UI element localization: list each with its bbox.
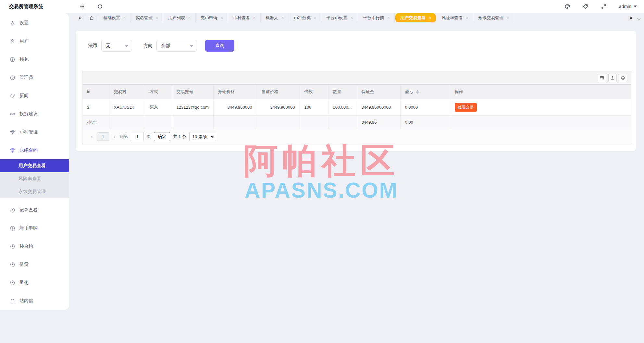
sidebar-item-admins[interactable]: 管理员 — [0, 68, 69, 87]
cell-pnl: 0.0000 — [400, 99, 450, 115]
sidebar-subitem-risk-rate-view[interactable]: 风险率查看 — [0, 172, 69, 185]
current-page[interactable]: 1 — [97, 132, 109, 141]
sidebar-item-second-contracts[interactable]: 秒合约 — [0, 237, 69, 255]
tab-item[interactable]: 永续交易管理 × — [473, 13, 514, 23]
fiat-select[interactable]: 无 — [101, 40, 132, 52]
fullscreen-icon[interactable] — [600, 3, 608, 10]
close-icon[interactable]: × — [429, 16, 431, 20]
close-icon[interactable]: × — [281, 16, 284, 20]
gem-icon — [10, 148, 15, 153]
page-size-select[interactable]: 10 条/页 — [189, 132, 216, 141]
close-icon[interactable]: × — [387, 16, 390, 20]
goto-page-input[interactable] — [131, 132, 144, 141]
columns-toggle-button[interactable] — [598, 74, 606, 82]
tab-label: 机器人 — [266, 15, 278, 21]
tab-item[interactable]: 充币申请 × — [196, 13, 228, 23]
history-icon — [10, 280, 15, 286]
close-icon[interactable]: × — [156, 16, 158, 20]
fiat-select-value: 无 — [106, 43, 110, 49]
home-tab-icon[interactable] — [85, 15, 98, 21]
tab-item[interactable]: 风险率查看 × — [437, 13, 473, 23]
direction-select-value: 全部 — [161, 43, 170, 49]
history-icon — [10, 207, 15, 213]
sidebar-item-quantification[interactable]: 量化 — [0, 274, 69, 292]
cell-side: 买入 — [145, 99, 172, 115]
close-icon[interactable]: × — [507, 16, 509, 20]
cell-open-price: 3449.960000 — [213, 99, 257, 115]
perpetual-submenu: 用户交易查看 风险率查看 永续交易管理 — [0, 159, 69, 198]
subtotal-row: 小计: 3449.96 0.00 — [82, 115, 631, 129]
tab-item[interactable]: 基础设置 × — [98, 13, 131, 23]
infinity-link-icon — [10, 111, 15, 117]
col-header-pair: 交易对 — [109, 85, 145, 99]
search-button[interactable]: 查询 — [205, 40, 234, 52]
col-header-pnl[interactable]: 盈亏 — [400, 85, 450, 99]
print-button[interactable] — [619, 74, 627, 82]
sidebar-item-wallet[interactable]: $ 钱包 — [0, 50, 69, 68]
cell-current-price: 3449.960000 — [257, 99, 300, 115]
trades-table: id 交易对 方式 交易账号 开仓价格 当前价格 倍数 数量 保证金 盈亏 操作… — [82, 85, 631, 129]
goto-prefix: 到第 — [119, 134, 128, 140]
sidebar-item-site-messages[interactable]: 站内信 — [0, 292, 69, 310]
close-icon[interactable]: × — [123, 16, 126, 20]
sidebar-item-new-coin-subscription[interactable]: $ 新币申购 — [0, 219, 69, 237]
direction-select[interactable]: 全部 — [156, 40, 197, 52]
close-icon[interactable]: × — [351, 16, 353, 20]
sidebar-item-label: 量化 — [19, 280, 29, 286]
watermark: 阿帕社区 APASNS.COM — [243, 143, 399, 201]
export-button[interactable] — [608, 74, 617, 82]
sidebar-item-label: 投拆建议 — [19, 111, 38, 117]
next-page-icon[interactable]: › — [112, 133, 117, 140]
dollar-circle-icon: $ — [10, 57, 15, 62]
filter-bar: 法币 无 方向 全部 查询 — [88, 40, 234, 52]
sidebar-item-perpetual-contracts[interactable]: 永续合约 — [0, 141, 69, 159]
sidebar-item-coin-management[interactable]: 币种管理 — [0, 123, 69, 141]
close-icon[interactable]: × — [253, 16, 255, 20]
sort-icon[interactable] — [416, 90, 419, 94]
process-trade-button[interactable]: 处理交易 — [455, 103, 477, 112]
sidebar: 设置 用户 $ 钱包 管理员 新闻 投拆建议 币种管理 永续合约 用户交易查看 … — [0, 13, 69, 310]
sidebar-item-users[interactable]: 用户 — [0, 32, 69, 50]
tab-item[interactable]: 机器人 × — [261, 13, 289, 23]
tab-item[interactable]: 币种查看 × — [228, 13, 261, 23]
prev-page-icon[interactable]: ‹ — [90, 133, 94, 140]
tabs-scroll-left[interactable]: « — [76, 15, 85, 21]
close-icon[interactable]: × — [314, 16, 316, 20]
goto-suffix: 页 — [147, 134, 151, 140]
tag-icon[interactable] — [582, 3, 589, 10]
badge-check-icon — [10, 75, 15, 80]
collapse-sidebar-icon[interactable] — [78, 3, 86, 10]
col-header-actions: 操作 — [450, 85, 631, 99]
tab-item[interactable]: 平台币设置 × — [321, 13, 358, 23]
gear-icon — [10, 20, 15, 26]
tabs-scroll-right[interactable]: » — [629, 15, 632, 21]
sidebar-subitem-label: 风险率查看 — [19, 176, 41, 182]
refresh-icon[interactable] — [96, 3, 104, 10]
tab-label: 用户列表 — [168, 15, 185, 21]
tab-label: 币种查看 — [233, 15, 250, 21]
col-header-side: 方式 — [145, 85, 172, 99]
sidebar-item-lending[interactable]: 借贷 — [0, 255, 69, 274]
cell-actions: 处理交易 — [450, 99, 631, 115]
close-icon[interactable]: × — [188, 16, 191, 20]
theme-palette-icon[interactable] — [564, 3, 571, 10]
tab-item[interactable]: 实名管理 × — [131, 13, 163, 23]
tab-item[interactable]: 币种分类 × — [289, 13, 321, 23]
sidebar-subitem-user-trade-view[interactable]: 用户交易查看 — [0, 159, 69, 172]
sidebar-item-settings[interactable]: 设置 — [0, 14, 69, 32]
sidebar-item-records[interactable]: 记录查看 — [0, 201, 69, 219]
user-menu[interactable]: admin — [619, 0, 637, 13]
tabs-menu-chevron-icon[interactable] — [637, 17, 640, 20]
sidebar-subitem-perpetual-trade-management[interactable]: 永续交易管理 — [0, 185, 69, 198]
close-icon[interactable]: × — [466, 16, 468, 20]
tab-item[interactable]: 平台币行情 × — [358, 13, 395, 23]
tab-item[interactable]: 用户列表 × — [163, 13, 196, 23]
goto-confirm-button[interactable]: 确定 — [154, 132, 170, 141]
sidebar-item-news[interactable]: 新闻 — [0, 87, 69, 105]
close-icon[interactable]: × — [221, 16, 223, 20]
sidebar-item-label: 永续合约 — [19, 147, 38, 153]
top-header: 交易所管理系统 admin — [0, 0, 644, 13]
dollar-circle-icon: $ — [10, 226, 15, 231]
sidebar-item-feedback[interactable]: 投拆建议 — [0, 105, 69, 123]
tab-item[interactable]: 用户交易查看 × — [395, 13, 436, 22]
